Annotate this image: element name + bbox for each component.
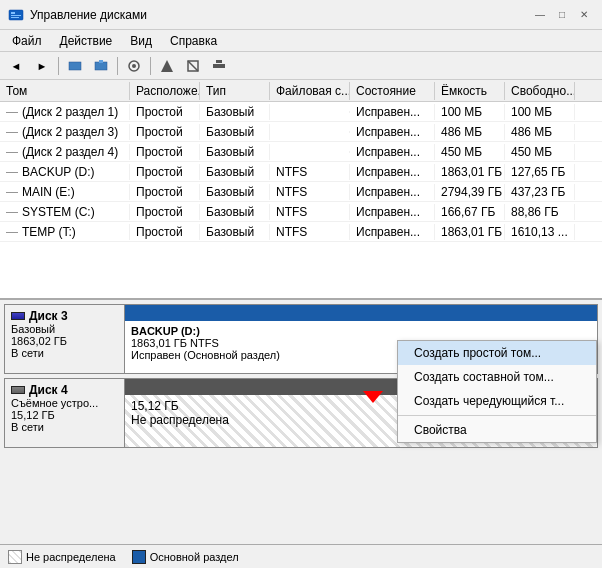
table-cell: 1610,13 ... [505, 224, 575, 240]
disk3-label: BACKUP (D:) [131, 325, 591, 337]
table-cell: 166,67 ГБ [435, 204, 505, 220]
disk3-type: Базовый [11, 323, 118, 335]
legend-primary-box [132, 550, 146, 564]
menu-action[interactable]: Действие [52, 32, 121, 50]
table-cell: Простой [130, 184, 200, 200]
svg-rect-6 [99, 60, 103, 63]
toolbar-btn6[interactable] [207, 55, 231, 77]
table-cell: 100 МБ [435, 104, 505, 120]
table-row[interactable]: —(Диск 2 раздел 4)ПростойБазовыйИсправен… [0, 142, 602, 162]
table-cell: Исправен... [350, 204, 435, 220]
table-row[interactable]: —(Диск 2 раздел 3)ПростойБазовыйИсправен… [0, 122, 602, 142]
context-menu-item[interactable]: Создать составной том... [398, 365, 596, 389]
table-cell: Исправен... [350, 164, 435, 180]
table-cell: Простой [130, 104, 200, 120]
disk3-icon [11, 312, 25, 320]
table-cell: —SYSTEM (C:) [0, 204, 130, 220]
svg-point-8 [132, 64, 136, 68]
table-cell [270, 131, 350, 133]
table-cell: 88,86 ГБ [505, 204, 575, 220]
disk3-bar [125, 305, 597, 321]
context-menu-item[interactable]: Создать простой том... [398, 341, 596, 365]
title-bar: Управление дисками — □ ✕ [0, 0, 602, 30]
svg-rect-3 [11, 17, 19, 18]
legend-unallocated-box [8, 550, 22, 564]
window-title: Управление дисками [30, 8, 147, 22]
table-cell: 486 МБ [435, 124, 505, 140]
table-cell: 450 МБ [435, 144, 505, 160]
close-button[interactable]: ✕ [574, 5, 594, 25]
disk4-size: 15,12 ГБ [11, 409, 118, 421]
col-header-state: Состояние [350, 82, 435, 100]
table-cell: NTFS [270, 184, 350, 200]
arrow-indicator [363, 391, 383, 403]
table-cell: —(Диск 2 раздел 3) [0, 124, 130, 140]
table-cell: —BACKUP (D:) [0, 164, 130, 180]
col-header-rasp: Расположе... [130, 82, 200, 100]
table-row[interactable]: —MAIN (E:)ПростойБазовыйNTFSИсправен...2… [0, 182, 602, 202]
svg-rect-12 [213, 64, 225, 68]
col-header-file: Файловая с... [270, 82, 350, 100]
table-cell: —TEMP (T:) [0, 224, 130, 240]
menu-file[interactable]: Файл [4, 32, 50, 50]
context-menu-item[interactable]: Свойства [398, 418, 596, 442]
main-content: Том Расположе... Тип Файловая с... Состо… [0, 80, 602, 568]
svg-rect-4 [69, 62, 81, 70]
svg-rect-13 [216, 60, 222, 63]
table-cell: Базовый [200, 104, 270, 120]
disk4-row: Диск 4 Съёмное устро... 15,12 ГБ В сети … [4, 378, 598, 448]
table-row[interactable]: —BACKUP (D:)ПростойБазовыйNTFSИсправен..… [0, 162, 602, 182]
table-cell: 437,23 ГБ [505, 184, 575, 200]
table-cell: Исправен... [350, 104, 435, 120]
window-controls: — □ ✕ [530, 5, 594, 25]
menu-help[interactable]: Справка [162, 32, 225, 50]
svg-marker-9 [161, 60, 173, 72]
toolbar-btn5[interactable] [181, 55, 205, 77]
disk4-type: Съёмное устро... [11, 397, 118, 409]
toolbar-btn3[interactable] [122, 55, 146, 77]
table-cell: Базовый [200, 224, 270, 240]
table-cell: 1863,01 ГБ [435, 164, 505, 180]
toolbar-back[interactable]: ◄ [4, 55, 28, 77]
app-icon [8, 7, 24, 23]
table-row[interactable]: —TEMP (T:)ПростойБазовыйNTFSИсправен...1… [0, 222, 602, 242]
disk3-bar-fill [125, 305, 597, 321]
table-cell: NTFS [270, 204, 350, 220]
table-cell: Базовый [200, 184, 270, 200]
toolbar-sep3 [150, 57, 151, 75]
table-cell: —MAIN (E:) [0, 184, 130, 200]
legend-unallocated: Не распределена [8, 550, 116, 564]
table-cell [270, 111, 350, 113]
menu-view[interactable]: Вид [122, 32, 160, 50]
toolbar-btn4[interactable] [155, 55, 179, 77]
table-cell: Исправен... [350, 124, 435, 140]
svg-rect-2 [11, 15, 21, 16]
toolbar-btn2[interactable] [89, 55, 113, 77]
menu-bar: Файл Действие Вид Справка [0, 30, 602, 52]
table-cell: Простой [130, 204, 200, 220]
table-cell: Простой [130, 164, 200, 180]
table-cell: Простой [130, 144, 200, 160]
table-cell: NTFS [270, 164, 350, 180]
table-cell: Базовый [200, 204, 270, 220]
context-menu-item[interactable]: Создать чередующийся т... [398, 389, 596, 413]
context-menu-separator [398, 415, 596, 416]
disk3-info: Диск 3 Базовый 1863,02 ГБ В сети [5, 305, 125, 373]
toolbar-forward[interactable]: ► [30, 55, 54, 77]
table-cell: Базовый [200, 164, 270, 180]
disk3-size: 1863,02 ГБ [11, 335, 118, 347]
svg-rect-1 [11, 12, 15, 14]
minimize-button[interactable]: — [530, 5, 550, 25]
table-cell: Простой [130, 124, 200, 140]
table-cell: 127,65 ГБ [505, 164, 575, 180]
table-cell: NTFS [270, 224, 350, 240]
col-header-tip: Тип [200, 82, 270, 100]
maximize-button[interactable]: □ [552, 5, 572, 25]
toolbar-btn1[interactable] [63, 55, 87, 77]
table-cell: —(Диск 2 раздел 1) [0, 104, 130, 120]
table-row[interactable]: —(Диск 2 раздел 1)ПростойБазовыйИсправен… [0, 102, 602, 122]
table-row[interactable]: —SYSTEM (C:)ПростойБазовыйNTFSИсправен..… [0, 202, 602, 222]
svg-line-11 [188, 61, 198, 71]
table-cell: Базовый [200, 124, 270, 140]
legend-unallocated-label: Не распределена [26, 551, 116, 563]
